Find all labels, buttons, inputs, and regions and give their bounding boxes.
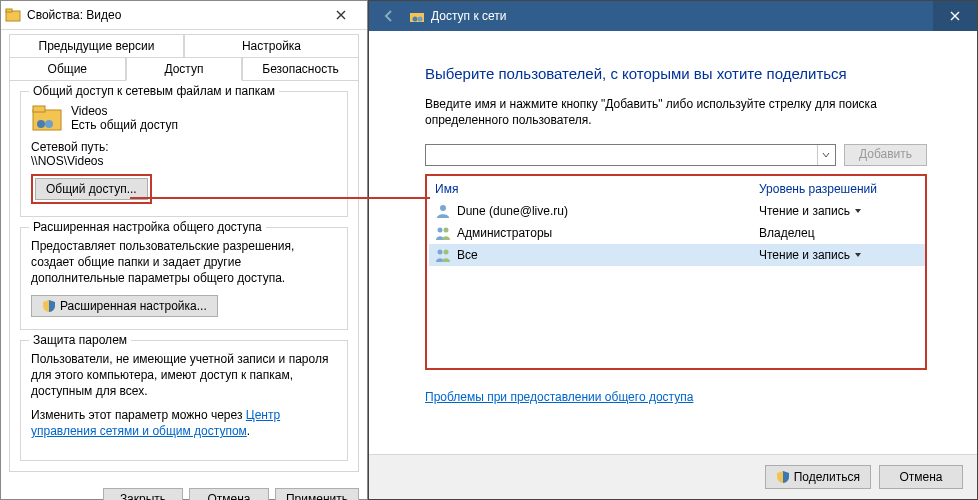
change-text-prefix: Изменить этот параметр можно через [31, 408, 246, 422]
svg-rect-1 [6, 9, 12, 12]
tab-general[interactable]: Общие [9, 57, 126, 81]
user-icon [435, 203, 451, 219]
column-name[interactable]: Имя [435, 182, 759, 196]
network-path-label: Сетевой путь: [31, 140, 337, 154]
permissions-header: Имя Уровень разрешений [429, 178, 925, 200]
group-title: Расширенная настройка общего доступа [29, 220, 266, 234]
password-protection-change: Изменить этот параметр можно через Центр… [31, 407, 337, 439]
group-title: Защита паролем [29, 333, 131, 347]
shield-icon [42, 299, 56, 313]
troubleshoot-link[interactable]: Проблемы при предоставлении общего досту… [425, 390, 693, 404]
permission-name: Dune (dune@live.ru) [457, 204, 753, 218]
permission-name: Администраторы [457, 226, 753, 240]
tab-previous-versions[interactable]: Предыдущие версии [9, 34, 184, 57]
svg-point-10 [438, 228, 443, 233]
svg-point-4 [37, 120, 45, 128]
group-title: Общий доступ к сетевым файлам и папкам [29, 84, 279, 98]
folder-share-status: Есть общий доступ [71, 118, 178, 132]
tab-access[interactable]: Доступ [126, 57, 243, 81]
svg-point-9 [440, 205, 446, 211]
permission-row[interactable]: АдминистраторыВладелец [429, 222, 925, 244]
period: . [247, 424, 250, 438]
titlebar[interactable]: Свойства: Видео [1, 1, 367, 30]
user-combobox[interactable] [425, 144, 836, 166]
permission-name: Все [457, 248, 753, 262]
tab-strip: Предыдущие версии Настройка Общие Доступ… [1, 30, 367, 81]
password-protection-group: Защита паролем Пользователи, не имеющие … [20, 340, 348, 461]
chevron-down-icon [854, 207, 862, 215]
shared-folder-icon [31, 102, 63, 134]
share-wizard: Доступ к сети Выберите пользователей, с … [368, 0, 978, 500]
permission-row[interactable]: ВсеЧтение и запись [429, 244, 925, 266]
folder-icon [5, 7, 21, 23]
share-button-highlight: Общий доступ... [31, 174, 152, 204]
wizard-instruction: Введите имя и нажмите кнопку "Добавить" … [425, 96, 927, 128]
advanced-sharing-group: Расширенная настройка общего доступа Пре… [20, 227, 348, 330]
permissions-empty-area [429, 266, 925, 366]
close-button[interactable] [319, 1, 363, 29]
apply-button[interactable]: Применить [275, 488, 359, 501]
permission-row[interactable]: Dune (dune@live.ru)Чтение и запись [429, 200, 925, 222]
tab-panel-access: Общий доступ к сетевым файлам и папкам V… [9, 80, 359, 472]
cancel-button[interactable]: Отмена [189, 488, 269, 501]
tab-setup[interactable]: Настройка [184, 34, 359, 57]
chevron-down-icon[interactable] [817, 145, 835, 165]
folder-name: Videos [71, 104, 178, 118]
wizard-heading: Выберите пользователей, с которыми вы хо… [425, 65, 927, 82]
permission-level[interactable]: Чтение и запись [759, 248, 919, 262]
permission-level[interactable]: Владелец [759, 226, 919, 240]
annotation-line [130, 197, 430, 199]
share-confirm-label: Поделиться [794, 470, 860, 484]
svg-point-5 [45, 120, 53, 128]
wizard-title: Доступ к сети [431, 9, 506, 23]
shield-icon [776, 470, 790, 484]
permission-level[interactable]: Чтение и запись [759, 204, 919, 218]
permissions-list-highlight: Имя Уровень разрешений Dune (dune@live.r… [425, 174, 927, 370]
group-icon [435, 225, 451, 241]
advanced-sharing-button-label: Расширенная настройка... [60, 299, 207, 313]
advanced-sharing-button[interactable]: Расширенная настройка... [31, 295, 218, 317]
wizard-footer: Поделиться Отмена [369, 454, 977, 499]
share-confirm-button[interactable]: Поделиться [765, 465, 871, 489]
svg-point-12 [438, 250, 443, 255]
network-share-icon [409, 8, 425, 24]
tab-security[interactable]: Безопасность [242, 57, 359, 81]
password-protection-description: Пользователи, не имеющие учетной записи … [31, 351, 337, 400]
svg-point-13 [444, 250, 449, 255]
add-button[interactable]: Добавить [844, 144, 927, 166]
close-button-footer[interactable]: Закрыть [103, 488, 183, 501]
svg-point-8 [418, 17, 423, 22]
group-icon [435, 247, 451, 263]
wizard-titlebar[interactable]: Доступ к сети [369, 1, 977, 31]
properties-dialog: Свойства: Видео Предыдущие версии Настро… [0, 0, 368, 500]
advanced-sharing-description: Предоставляет пользовательские разрешени… [31, 238, 337, 287]
back-button[interactable] [369, 1, 409, 31]
svg-rect-3 [33, 106, 45, 112]
svg-point-11 [444, 228, 449, 233]
wizard-cancel-button[interactable]: Отмена [879, 465, 963, 489]
window-title: Свойства: Видео [27, 8, 319, 22]
network-path: \\NOS\Videos [31, 154, 337, 168]
dialog-footer: Закрыть Отмена Применить [1, 480, 367, 501]
svg-point-7 [413, 17, 418, 22]
column-level[interactable]: Уровень разрешений [759, 182, 919, 196]
wizard-close-button[interactable] [933, 1, 977, 31]
chevron-down-icon [854, 251, 862, 259]
